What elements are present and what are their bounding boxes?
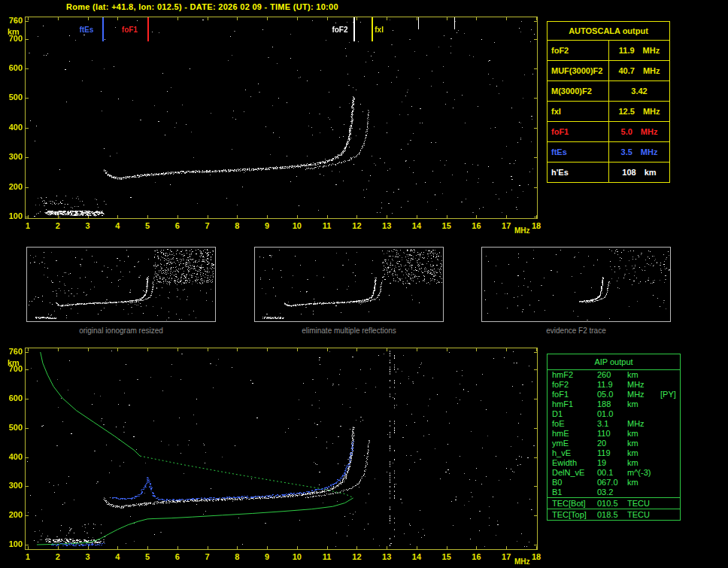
x-axis-label-bottom: 12 xyxy=(348,552,365,561)
aip-row-value: 119 xyxy=(597,448,627,458)
aip-row-label: foF1 xyxy=(552,390,597,399)
aip-table-title: AIP output xyxy=(548,354,680,370)
autoscala-row-value: 3.5 MHz xyxy=(609,142,669,162)
x-axis-label-bottom: 7 xyxy=(199,552,216,561)
autoscala-row-value: 12.5 MHz xyxy=(609,102,669,121)
aip-row-unit: MHz xyxy=(627,419,660,429)
aip-row-unit: km xyxy=(627,370,660,380)
aip-row-extra xyxy=(660,448,680,458)
aip-row-unit: MHz xyxy=(627,380,660,390)
autoscala-row-value: 5.0 MHz xyxy=(609,122,669,141)
thumbnail-no-multiples-canvas xyxy=(255,248,443,321)
aip-row-label: hmE xyxy=(552,429,597,439)
aip-row-extra xyxy=(660,509,680,520)
aip-row-extra xyxy=(660,488,680,497)
aip-row-label: B0 xyxy=(552,478,597,488)
aip-table-row: foE3.1MHz xyxy=(548,419,680,429)
aip-row-unit: MHz xyxy=(627,390,660,399)
aip-table-row: Ewidth19km xyxy=(548,458,680,468)
aip-table-row: hmE110km xyxy=(548,429,680,439)
aip-row-unit xyxy=(627,409,660,419)
autoscala-screen: Rome (lat: +41.8, lon: 012.5) - DATE: 20… xyxy=(0,0,728,568)
aip-row-label: Ewidth xyxy=(552,458,597,468)
x-axis-label-top: 8 xyxy=(229,221,245,230)
aip-row-label: ymE xyxy=(552,439,597,448)
aip-row-unit xyxy=(627,488,660,497)
y-axis-label-bottom: 300 xyxy=(2,481,23,490)
y-axis-label-top: 400 xyxy=(2,123,23,132)
autoscala-table-row: ftEs3.5 MHz xyxy=(548,141,669,162)
aip-row-label: h_vE xyxy=(552,448,597,458)
aip-table-row: TEC[Bot]010.5TECU xyxy=(548,497,680,509)
aip-row-label: hmF2 xyxy=(552,370,597,380)
aip-row-value: 067.0 xyxy=(597,478,627,488)
y-axis-label-top: 200 xyxy=(2,182,23,191)
x-axis-label-top: 3 xyxy=(80,221,96,230)
aip-table-row: hmF2260km xyxy=(548,370,680,380)
y-axis-unit-bottom: km xyxy=(8,358,20,367)
aip-table-row: B0067.0km xyxy=(548,478,680,488)
aip-row-extra: [PY] xyxy=(660,390,680,399)
thumbnail-f2-trace xyxy=(481,247,671,322)
aip-row-label: D1 xyxy=(552,409,597,419)
aip-row-label: B1 xyxy=(552,488,597,497)
autoscala-row-label: fxI xyxy=(548,102,609,121)
x-axis-label-top: 6 xyxy=(169,221,186,230)
autoscala-row-value: 40.7 MHz xyxy=(609,61,669,80)
aip-row-unit: km xyxy=(627,478,660,488)
x-axis-label-top: 12 xyxy=(348,221,365,230)
aip-row-value: 11.9 xyxy=(597,380,627,390)
x-axis-label-bottom: 13 xyxy=(378,552,395,561)
x-axis-label-bottom: 8 xyxy=(229,552,245,561)
x-axis-label-top: 1 xyxy=(20,221,36,230)
aip-row-value: 00.1 xyxy=(597,468,627,478)
y-axis-unit-top: km xyxy=(8,27,20,36)
x-axis-label-bottom: 18 xyxy=(528,552,544,561)
aip-row-value: 018.5 xyxy=(597,509,627,520)
aip-row-value: 3.1 xyxy=(597,419,627,429)
y-axis-label-bottom: 600 xyxy=(2,393,23,402)
x-axis-label-top: 4 xyxy=(109,221,126,230)
x-axis-label-bottom: 17 xyxy=(498,552,514,561)
aip-row-extra xyxy=(660,370,680,380)
thumbnail-original-canvas xyxy=(27,248,215,321)
aip-row-value: 05.0 xyxy=(597,390,627,399)
y-axis-label-top: 100 xyxy=(2,211,23,220)
autoscala-table-row: fxI12.5 MHz xyxy=(548,101,669,121)
x-axis-label-top: 13 xyxy=(378,221,395,230)
x-axis-label-top: 17 xyxy=(498,221,514,230)
autoscala-table-title: AUTOSCALA output xyxy=(548,22,669,41)
x-axis-label-bottom: 1 xyxy=(20,552,36,561)
x-axis-label-bottom: 10 xyxy=(289,552,305,561)
aip-row-unit: km xyxy=(627,458,660,468)
y-axis-label-bottom: 200 xyxy=(2,510,23,519)
aip-row-extra xyxy=(660,380,680,390)
aip-table-row: foF211.9MHz xyxy=(548,380,680,390)
aip-table-row: B103.2 xyxy=(548,488,680,497)
x-axis-label-bottom: 16 xyxy=(468,552,484,561)
marker-label-fxI: fxI xyxy=(375,26,384,34)
autoscala-table-row: foF15.0 MHz xyxy=(548,121,669,141)
aip-row-unit: km xyxy=(627,429,660,439)
aip-row-value: 010.5 xyxy=(597,498,627,509)
autoscala-row-label: MUF(3000)F2 xyxy=(548,61,609,80)
thumbnail-caption-original: original ionogram resized xyxy=(26,327,216,335)
marker-label-ftEs: ftEs xyxy=(79,26,93,34)
x-axis-unit-top: MHz xyxy=(514,226,530,235)
x-axis-label-top: 18 xyxy=(528,221,544,230)
y-axis-label-bottom: 500 xyxy=(2,423,23,432)
aip-row-label: TEC[Top] xyxy=(552,509,597,520)
aip-table-row: ymE20km xyxy=(548,439,680,448)
autoscala-row-label: foF1 xyxy=(548,122,609,141)
x-axis-label-bottom: 14 xyxy=(408,552,425,561)
aip-row-label: DelN_vE xyxy=(552,468,597,478)
x-axis-label-bottom: 11 xyxy=(319,552,335,561)
thumbnail-f2-trace-canvas xyxy=(482,248,670,321)
x-axis-label-top: 11 xyxy=(319,221,335,230)
thumbnail-original-ionogram xyxy=(26,247,216,322)
x-axis-label-top: 2 xyxy=(50,221,66,230)
aip-row-value: 260 xyxy=(597,370,627,380)
x-axis-label-top: 15 xyxy=(438,221,455,230)
aip-row-label: foE xyxy=(552,419,597,429)
aip-row-label: foF2 xyxy=(552,380,597,390)
